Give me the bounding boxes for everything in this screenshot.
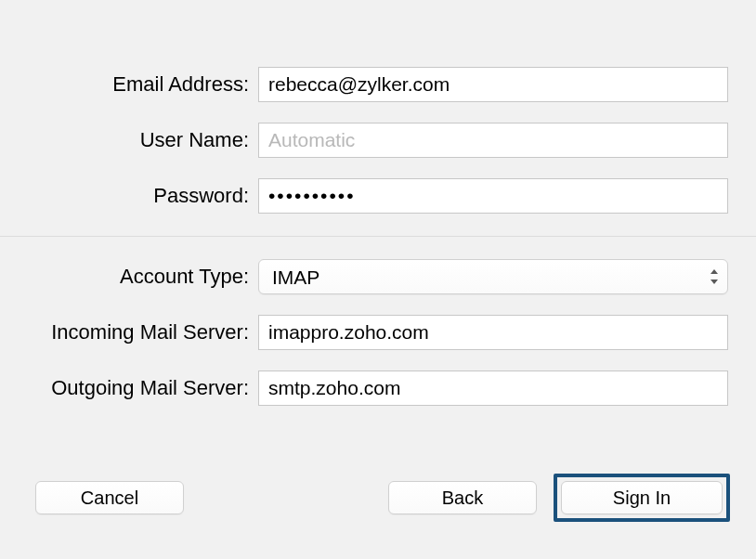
- incoming-label: Incoming Mail Server:: [0, 320, 258, 344]
- password-row: Password:: [0, 178, 756, 214]
- account-type-row: Account Type: IMAP: [0, 259, 756, 294]
- username-input[interactable]: [258, 123, 728, 158]
- account-type-label: Account Type:: [0, 265, 258, 289]
- outgoing-row: Outgoing Mail Server:: [0, 370, 756, 406]
- account-type-select-wrapper: IMAP: [258, 259, 728, 294]
- signin-button[interactable]: Sign In: [561, 481, 723, 514]
- outgoing-label: Outgoing Mail Server:: [0, 376, 258, 400]
- email-label: Email Address:: [0, 72, 258, 97]
- server-section: Account Type: IMAP Incoming Mail Server:…: [0, 237, 756, 406]
- account-type-select[interactable]: IMAP: [258, 259, 728, 294]
- cancel-button[interactable]: Cancel: [35, 481, 184, 514]
- back-button[interactable]: Back: [388, 481, 537, 514]
- email-input[interactable]: [258, 67, 728, 102]
- username-row: User Name:: [0, 123, 756, 158]
- username-label: User Name:: [0, 128, 258, 152]
- button-bar: Cancel Back Sign In: [0, 474, 756, 522]
- credentials-section: Email Address: User Name: Password:: [0, 0, 756, 236]
- outgoing-server-input[interactable]: [258, 370, 728, 406]
- signin-highlight: Sign In: [554, 474, 730, 522]
- email-row: Email Address:: [0, 67, 756, 102]
- mail-account-dialog: Email Address: User Name: Password: Acco…: [0, 0, 756, 559]
- incoming-row: Incoming Mail Server:: [0, 315, 756, 350]
- password-label: Password:: [0, 184, 258, 208]
- password-input[interactable]: [258, 178, 728, 214]
- incoming-server-input[interactable]: [258, 315, 728, 350]
